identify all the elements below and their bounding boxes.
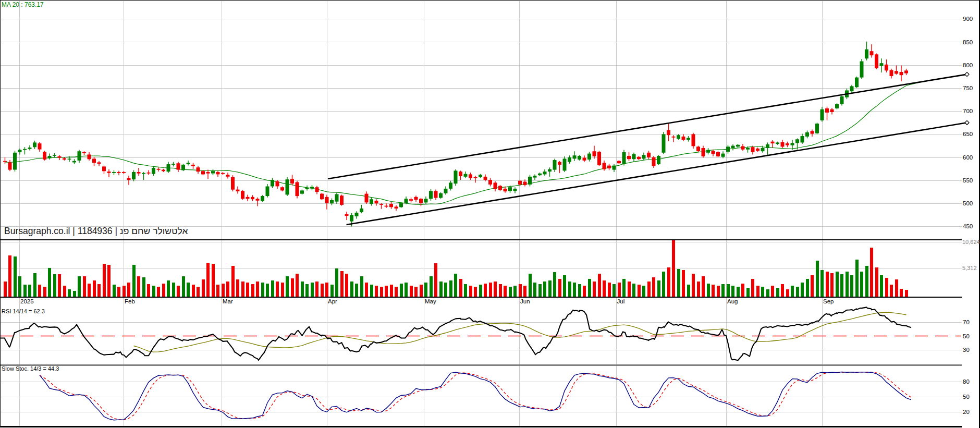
svg-text:850: 850 [963, 39, 973, 45]
svg-text:550: 550 [963, 177, 973, 184]
svg-text:RSI 14/14 = 62.3: RSI 14/14 = 62.3 [2, 308, 45, 314]
svg-text:30: 30 [963, 347, 970, 353]
svg-text:10,624: 10,624 [962, 239, 980, 245]
svg-text:80: 80 [963, 378, 970, 385]
svg-text:750: 750 [963, 85, 973, 91]
svg-text:Aug: Aug [727, 298, 738, 304]
svg-text:800: 800 [963, 62, 973, 68]
svg-text:Jul: Jul [617, 298, 625, 304]
svg-text:Apr: Apr [328, 298, 337, 304]
svg-text:20: 20 [963, 409, 970, 415]
svg-text:Jun: Jun [520, 298, 530, 304]
svg-text:May: May [425, 298, 436, 304]
svg-text:Slow Stoc. 14/3 = 44.3: Slow Stoc. 14/3 = 44.3 [2, 365, 59, 372]
svg-text:500: 500 [963, 200, 973, 206]
svg-text:70: 70 [963, 319, 970, 325]
svg-text:MA 20 : 763.17: MA 20 : 763.17 [2, 1, 44, 8]
svg-text:Mar: Mar [223, 298, 233, 304]
svg-text:650: 650 [963, 131, 973, 137]
svg-text:Sep: Sep [823, 298, 834, 304]
svg-text:Feb: Feb [125, 298, 135, 304]
svg-text:600: 600 [963, 154, 973, 161]
svg-text:700: 700 [963, 108, 973, 114]
svg-text:50: 50 [963, 394, 970, 400]
svg-text:5,312: 5,312 [962, 265, 977, 271]
svg-text:450: 450 [963, 223, 973, 229]
svg-text:50: 50 [963, 333, 970, 339]
svg-text:900: 900 [963, 16, 973, 22]
svg-text:2025: 2025 [20, 298, 34, 304]
svg-text:Bursagraph.co.il | 1184936 | א: Bursagraph.co.il | 1184936 | אלטשולר שחם… [4, 226, 188, 236]
